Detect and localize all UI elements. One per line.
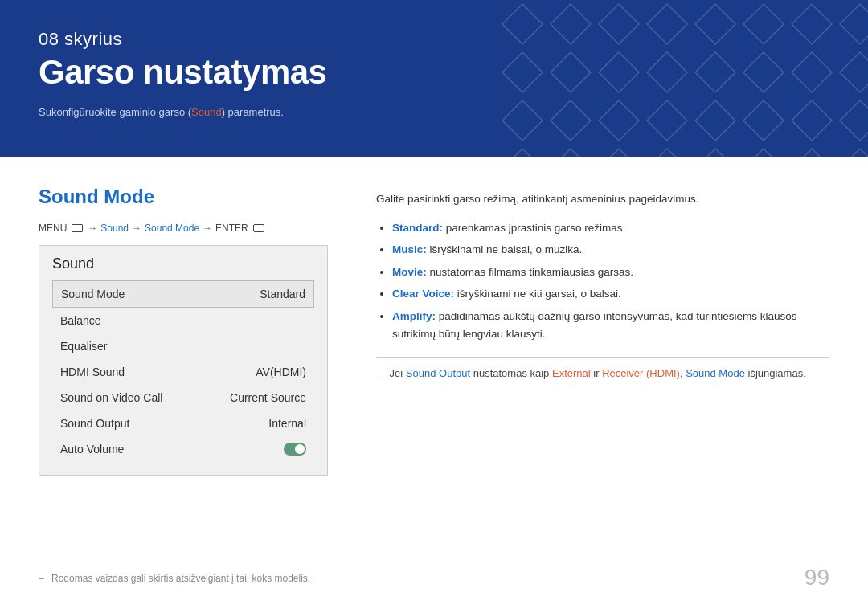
auto-volume-toggle[interactable]	[284, 443, 306, 456]
page-header: 08 skyrius Garso nustatymas Sukonfigūruo…	[0, 0, 868, 157]
list-item-clear-voice: Clear Voice: išryškinami ne kiti garsai,…	[392, 285, 829, 303]
svg-rect-1	[498, 0, 868, 157]
list-item-standard: Standard: parenkamas įprastinis garso re…	[392, 219, 829, 237]
sound-menu-title: Sound	[52, 255, 314, 272]
menu-item-balance[interactable]: Balance	[52, 308, 314, 333]
note-text: — Jei Sound Output nustatomas kaip Exter…	[376, 357, 829, 382]
intro-text: Galite pasirinkti garso režimą, atitinka…	[376, 190, 829, 208]
right-column: Galite pasirinkti garso režimą, atitinka…	[376, 186, 829, 476]
menu-item-sound-output[interactable]: Sound Output Internal	[52, 411, 314, 436]
page-number: 99	[805, 565, 829, 591]
menu-item-sound-on-video-call[interactable]: Sound on Video Call Current Source	[52, 385, 314, 411]
sound-menu-panel: Sound Sound Mode Standard Balance Equali…	[39, 245, 328, 476]
left-column: Sound Mode MENU → Sound → Sound Mode → E…	[39, 186, 328, 476]
bullet-list: Standard: parenkamas įprastinis garso re…	[376, 219, 829, 343]
section-title: Sound Mode	[39, 186, 328, 208]
menu-path: MENU → Sound → Sound Mode → ENTER	[39, 223, 328, 234]
menu-grid-icon	[72, 224, 83, 232]
menu-item-equaliser[interactable]: Equaliser	[52, 333, 314, 359]
menu-item-auto-volume[interactable]: Auto Volume	[52, 436, 314, 462]
menu-item-hdmi-sound[interactable]: HDMI Sound AV(HDMI)	[52, 359, 314, 385]
list-item-amplify: Amplify: padidinamas aukštų dažnių garso…	[392, 308, 829, 342]
footer-note: – Rodomas vaizdas gali skirtis atsižvelg…	[39, 573, 310, 584]
enter-icon	[253, 224, 264, 232]
list-item-music: Music: išryškinami ne balsai, o muzika.	[392, 241, 829, 259]
list-item-movie: Movie: nustatomas filmams tinkamiausias …	[392, 264, 829, 281]
menu-item-sound-mode[interactable]: Sound Mode Standard	[52, 280, 314, 308]
header-bg-pattern	[498, 0, 868, 157]
